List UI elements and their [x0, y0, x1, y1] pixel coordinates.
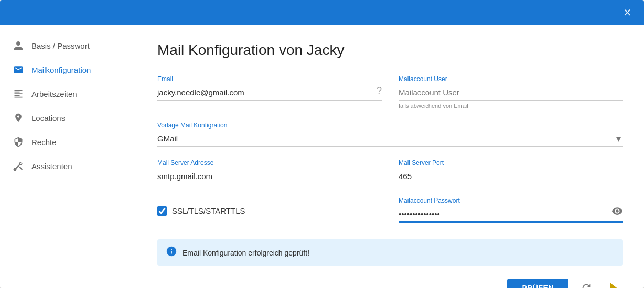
help-icon[interactable]: ?: [377, 85, 382, 96]
sidebar-item-assistenten[interactable]: Assistenten: [0, 154, 136, 178]
sidebar: Basis / Passwort Mailkonfiguration Arbei…: [0, 25, 136, 288]
success-banner: Email Konfiguration erfolgreich geprüft!: [157, 239, 623, 266]
sidebar-item-mailkonfiguration[interactable]: Mailkonfiguration: [0, 58, 136, 82]
ssl-checkbox-row: SSL/TLS/STARTTLS: [157, 197, 382, 225]
person-icon: [13, 40, 24, 51]
mail-server-port-input[interactable]: [399, 169, 623, 184]
sidebar-item-basis[interactable]: Basis / Passwort: [0, 34, 136, 58]
vorlage-field: Vorlage Mail Konfigration GMail Outlook …: [157, 121, 623, 147]
vorlage-select[interactable]: GMail Outlook Custom: [157, 131, 623, 146]
shield-icon: [13, 136, 24, 148]
mail-server-address-input[interactable]: [157, 169, 382, 184]
email-input[interactable]: [157, 85, 382, 101]
eye-icon[interactable]: [611, 205, 623, 219]
mailaccount-hint: falls abweichend von Email: [399, 103, 623, 109]
sidebar-item-locations[interactable]: Locations: [0, 106, 136, 130]
sidebar-item-arbeitszeiten[interactable]: Arbeitszeiten: [0, 82, 136, 106]
content-area: Basis / Passwort Mailkonfiguration Arbei…: [0, 25, 644, 288]
email-icon: [13, 64, 24, 75]
sidebar-item-mailkonfiguration-label: Mailkonfiguration: [31, 65, 91, 74]
bottom-bar: PRÜFEN: [157, 274, 623, 288]
email-label: Email: [157, 75, 382, 83]
ssl-checkbox[interactable]: [157, 206, 167, 216]
mailaccount-user-input[interactable]: [399, 85, 623, 101]
sidebar-item-arbeitszeiten-label: Arbeitszeiten: [31, 90, 77, 98]
mailaccount-user-label: Mailaccount User: [399, 75, 623, 83]
pruefen-button[interactable]: PRÜFEN: [507, 279, 568, 288]
mailaccount-passwort-input[interactable]: [399, 206, 623, 223]
page-title: Mail Konfiguration von Jacky: [157, 42, 623, 59]
sidebar-item-basis-label: Basis / Passwort: [31, 41, 90, 50]
sidebar-item-assistenten-label: Assistenten: [31, 162, 72, 171]
wrench-icon: [13, 160, 24, 172]
mail-server-address-container: Mail Server Adresse: [157, 159, 382, 184]
email-field-container: Email ?: [157, 75, 382, 109]
location-icon: [13, 112, 24, 124]
window: ✕ Basis / Passwort Mailkonfiguration: [0, 0, 644, 288]
title-bar: ✕: [0, 0, 644, 25]
mailaccount-passwort-container: Mailaccount Passwort: [399, 197, 623, 223]
sidebar-item-rechte[interactable]: Rechte: [0, 130, 136, 154]
info-icon: [166, 246, 177, 260]
close-button[interactable]: ✕: [619, 4, 636, 21]
mail-server-address-label: Mail Server Adresse: [157, 159, 382, 167]
sidebar-item-locations-label: Locations: [31, 114, 65, 123]
mailaccount-user-container: Mailaccount User falls abweichend von Em…: [399, 75, 623, 109]
mail-server-port-container: Mail Server Port: [399, 159, 623, 184]
vorlage-select-wrapper: GMail Outlook Custom ▾: [157, 131, 623, 147]
mailaccount-passwort-label: Mailaccount Passwort: [399, 197, 623, 204]
form-grid: Email ? Mailaccount User falls abweichen…: [157, 75, 623, 274]
ssl-label[interactable]: SSL/TLS/STARTTLS: [172, 206, 245, 215]
mail-server-port-label: Mail Server Port: [399, 159, 623, 167]
main-content: Mail Konfiguration von Jacky Email ? Mai…: [136, 25, 644, 288]
vorlage-label: Vorlage Mail Konfigration: [157, 121, 623, 129]
cursor-button[interactable]: [604, 279, 623, 288]
success-message: Email Konfiguration erfolgreich geprüft!: [183, 249, 309, 257]
refresh-button[interactable]: [577, 279, 596, 288]
schedule-icon: [13, 88, 24, 99]
sidebar-item-rechte-label: Rechte: [31, 138, 57, 147]
